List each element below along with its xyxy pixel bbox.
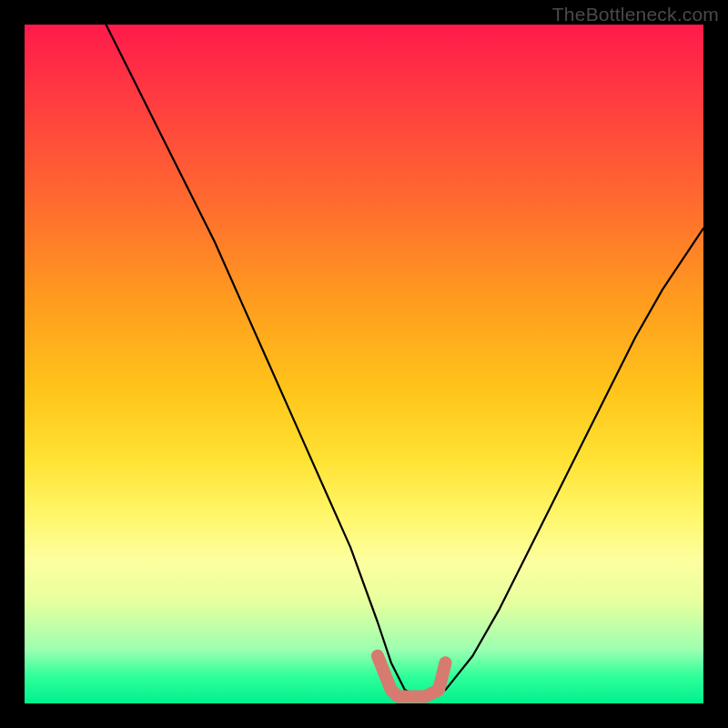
bottleneck-curve [106,25,704,697]
chart-frame: TheBottleneck.com [0,0,728,728]
curve-svg [25,25,703,703]
watermark-text: TheBottleneck.com [552,4,719,25]
flat-bottom-marker [378,656,446,697]
plot-area [25,25,703,703]
